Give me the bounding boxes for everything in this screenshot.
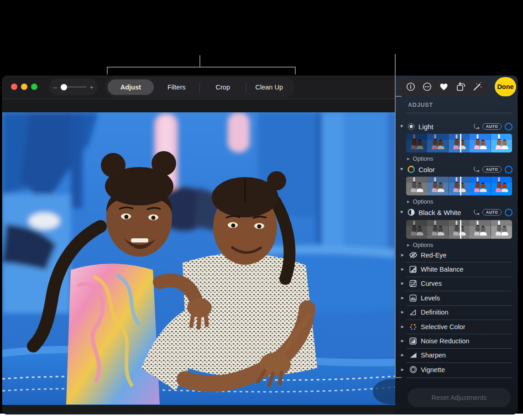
section-color-header[interactable]: ▾ Color ⤾ AUTO xyxy=(395,164,518,174)
black-white-thumbnail-strip[interactable] xyxy=(406,220,512,239)
adjustment-row-vignette[interactable]: ▸ Vignette xyxy=(395,362,518,377)
auto-button[interactable]: AUTO xyxy=(482,123,502,130)
noise-reduction-icon xyxy=(408,337,418,345)
adjustment-list: ▸ Red-Eye ▸ White Balance ▸ Curves xyxy=(395,248,518,377)
chevron-right-icon: ▸ xyxy=(401,266,408,272)
info-icon[interactable] xyxy=(406,82,416,92)
strip-thumbnail[interactable] xyxy=(491,177,512,195)
auto-enhance-icon[interactable] xyxy=(472,82,482,92)
zoom-slider[interactable]: – + xyxy=(49,79,98,95)
enabled-toggle-circle[interactable] xyxy=(505,209,513,216)
chevron-right-icon: ▸ xyxy=(401,280,408,286)
adjustment-label: Selective Color xyxy=(421,323,465,331)
levels-icon xyxy=(408,294,418,302)
edit-mode-tabs: Adjust Filters Crop Clean Up xyxy=(105,77,295,97)
section-light-header[interactable]: ▾ Light ⤾ AUTO xyxy=(395,121,518,131)
undo-icon[interactable]: ⤾ xyxy=(474,209,480,216)
strip-thumbnail[interactable] xyxy=(470,220,491,239)
more-icon[interactable] xyxy=(422,82,432,92)
strip-thumbnail[interactable] xyxy=(491,134,512,152)
strip-thumbnail[interactable] xyxy=(427,177,448,195)
callout-stem-tabs xyxy=(199,55,200,67)
adjustment-row-red-eye[interactable]: ▸ Red-Eye xyxy=(395,248,518,262)
red-eye-icon xyxy=(408,252,418,258)
rotate-icon[interactable] xyxy=(456,82,466,92)
color-options[interactable]: ▸ Options xyxy=(407,197,433,205)
auto-button[interactable]: AUTO xyxy=(482,166,502,173)
chevron-right-icon: ▸ xyxy=(401,337,408,344)
done-button[interactable]: Done xyxy=(495,77,516,96)
enabled-toggle-circle[interactable] xyxy=(505,166,513,173)
enabled-toggle-circle[interactable] xyxy=(505,123,513,131)
sidebar-title: ADJUST xyxy=(408,102,433,108)
tab-adjust[interactable]: Adjust xyxy=(108,79,154,95)
adjustment-row-definition[interactable]: ▸ Definition xyxy=(395,305,518,320)
adjustment-row-curves[interactable]: ▸ Curves xyxy=(395,277,518,291)
tab-filters[interactable]: Filters xyxy=(154,79,200,95)
strip-thumbnail[interactable] xyxy=(449,220,470,239)
tab-crop[interactable]: Crop xyxy=(200,79,246,95)
zoom-slider-knob[interactable] xyxy=(61,84,67,90)
light-options[interactable]: ▸ Options xyxy=(407,154,433,163)
undo-icon[interactable]: ⤾ xyxy=(474,166,480,173)
section-black-white-header[interactable]: ▾ Black & White ⤾ AUTO xyxy=(395,207,518,217)
favorite-icon[interactable] xyxy=(439,82,449,92)
strip-thumbnail[interactable] xyxy=(427,134,448,152)
strip-thumbnail[interactable] xyxy=(449,177,470,195)
zoom-window-button[interactable] xyxy=(31,84,37,90)
chevron-right-icon: ▸ xyxy=(407,156,410,162)
adjustment-label: Vignette xyxy=(421,366,445,373)
chevron-down-icon[interactable]: ▾ xyxy=(400,123,407,129)
zoom-in-icon[interactable]: + xyxy=(90,84,94,90)
adjustment-row-noise-reduction[interactable]: ▸ Noise Reduction xyxy=(395,334,518,348)
strip-thumbnail[interactable] xyxy=(406,220,427,239)
adjustment-label: Sharpen xyxy=(421,352,446,359)
strip-thumbnail[interactable] xyxy=(427,220,448,239)
strip-scrubber[interactable] xyxy=(460,220,461,239)
color-thumbnail-strip[interactable] xyxy=(406,177,512,195)
zoom-out-icon[interactable]: – xyxy=(53,84,57,90)
section-label: Color xyxy=(418,166,435,173)
strip-thumbnail[interactable] xyxy=(449,134,470,152)
callout-bracket-tabs xyxy=(107,67,296,74)
adjustment-label: Definition xyxy=(421,309,448,316)
strip-scrubber[interactable] xyxy=(460,177,461,195)
adjustment-row-selective-color[interactable]: ▸ Selective Color xyxy=(395,320,518,334)
divider xyxy=(406,113,512,113)
minimize-window-button[interactable] xyxy=(21,84,27,90)
adjustment-row-white-balance[interactable]: ▸ White Balance xyxy=(395,262,518,276)
strip-thumbnail[interactable] xyxy=(406,177,427,195)
strip-thumbnail[interactable] xyxy=(470,134,491,152)
white-balance-icon xyxy=(408,266,418,273)
adjustment-label: White Balance xyxy=(421,266,464,273)
section-label: Light xyxy=(418,123,434,131)
zoom-slider-track[interactable] xyxy=(60,86,87,88)
strip-thumbnail[interactable] xyxy=(406,134,427,152)
close-window-button[interactable] xyxy=(11,84,17,90)
options-label: Options xyxy=(413,155,434,162)
chevron-down-icon[interactable]: ▾ xyxy=(400,166,407,172)
options-label: Options xyxy=(413,242,434,248)
tab-clean-up[interactable]: Clean Up xyxy=(246,79,293,95)
page-background xyxy=(0,414,523,420)
reset-adjustments-button[interactable]: Reset Adjustments xyxy=(408,388,511,407)
adjustment-row-sharpen[interactable]: ▸ Sharpen xyxy=(395,348,518,362)
photo-two-girls-bounce-house xyxy=(2,112,395,405)
chevron-right-icon: ▸ xyxy=(401,294,408,301)
strip-thumbnail[interactable] xyxy=(491,220,512,239)
selective-color-icon xyxy=(408,323,418,331)
chevron-right-icon: ▸ xyxy=(401,309,408,315)
adjustment-row-levels[interactable]: ▸ Levels xyxy=(395,291,518,305)
chevron-right-icon: ▸ xyxy=(401,323,408,330)
undo-icon[interactable]: ⤾ xyxy=(474,123,480,130)
section-label: Black & White xyxy=(418,209,461,216)
strip-scrubber[interactable] xyxy=(460,134,461,152)
vignette-icon xyxy=(408,366,418,373)
strip-thumbnail[interactable] xyxy=(470,177,491,195)
light-thumbnail-strip[interactable] xyxy=(406,134,512,152)
adjustment-label: Red-Eye xyxy=(421,252,446,259)
chevron-down-icon[interactable]: ▾ xyxy=(400,209,407,215)
adjustment-label: Curves xyxy=(421,280,442,287)
definition-icon xyxy=(408,309,418,316)
auto-button[interactable]: AUTO xyxy=(482,209,502,216)
